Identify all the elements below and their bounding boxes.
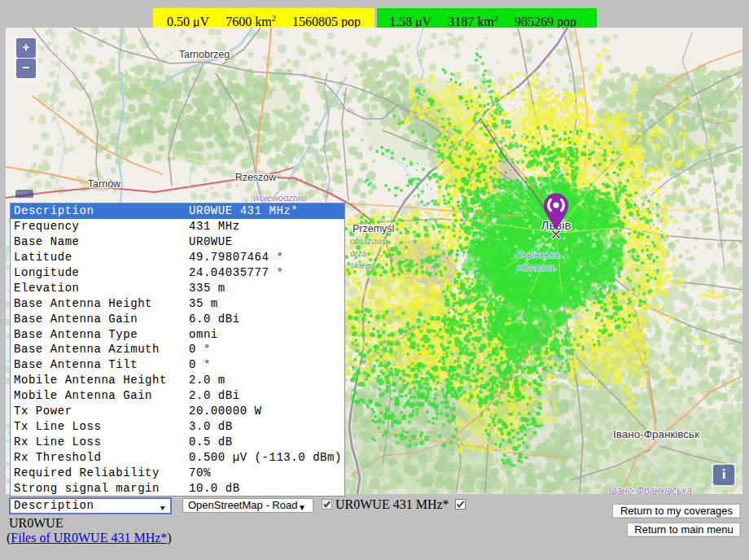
- svg-text:Львівська: Львівська: [515, 249, 559, 260]
- svg-text:область: область: [517, 262, 557, 273]
- svg-text:Івано-Франківська: Івано-Франківська: [609, 485, 692, 494]
- svg-text:obrazowy: obrazowy: [350, 236, 388, 246]
- svg-text:województwo: województwo: [253, 193, 306, 203]
- svg-text:Rzeszów: Rzeszów: [235, 172, 278, 183]
- svg-text:órza: órza: [350, 248, 367, 258]
- svg-text:skiego: skiego: [350, 260, 375, 270]
- svg-text:Івано-Франківськ: Івано-Франківськ: [613, 428, 699, 440]
- svg-text:Tarnów: Tarnów: [88, 178, 121, 190]
- svg-text:Tarnobrzeg: Tarnobrzeg: [179, 49, 230, 60]
- svg-text:Przemyśl: Przemyśl: [353, 223, 394, 234]
